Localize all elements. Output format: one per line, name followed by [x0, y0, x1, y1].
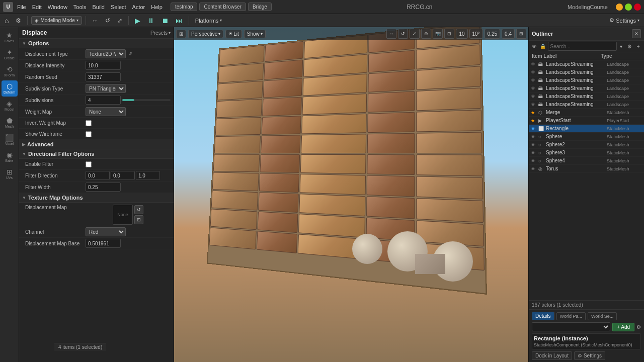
vp-snap-icon[interactable]: ⊡: [444, 29, 454, 39]
pause-btn[interactable]: ⏸: [145, 16, 157, 26]
sidebar-item-deform[interactable]: ⬡ Deform: [2, 80, 18, 97]
enable-filter-checkbox[interactable]: [86, 161, 92, 167]
displacement-type-select[interactable]: Texture2D Map: [86, 49, 126, 58]
displace-intensity-input[interactable]: [86, 61, 121, 70]
invert-weight-checkbox[interactable]: [86, 120, 92, 126]
toolbar-icon-settings[interactable]: ⚙: [13, 16, 24, 25]
outliner-item-0[interactable]: 👁 🏔 LandscapeStreaming Landscape: [529, 60, 644, 68]
details-settings-icon[interactable]: ⚙: [636, 324, 641, 330]
outliner-item-sphere[interactable]: 👁 ○ Sphere StaticMesh: [529, 133, 644, 141]
viewport-lit-btn[interactable]: ☀ Lit: [225, 30, 242, 38]
subdivisions-input[interactable]: [86, 96, 121, 105]
outliner-item-4[interactable]: 👁 🏔 LandscapeStreaming Landscape: [529, 93, 644, 101]
outliner-item-3[interactable]: 👁 🏔 LandscapeStreaming Landscape: [529, 84, 644, 93]
displacement-map-browse[interactable]: ↺: [134, 205, 143, 214]
filter-direction-z[interactable]: [136, 171, 160, 180]
vp-move-icon[interactable]: ↔: [386, 29, 396, 39]
btn-bridge[interactable]: Bridge: [248, 3, 272, 11]
outliner-item-sphere2[interactable]: 👁 ○ Sphere2 StaticMesh: [529, 141, 644, 149]
modeling-mode-btn[interactable]: ◈ Modeling Mode ▾: [31, 16, 82, 25]
menu-tools[interactable]: Tools: [73, 4, 87, 10]
outliner-settings-icon[interactable]: ⚙: [626, 42, 633, 51]
menu-actor[interactable]: Actor: [132, 4, 145, 10]
tab-world-se[interactable]: World Se...: [588, 312, 617, 320]
window-minimize[interactable]: [616, 4, 623, 11]
channel-select[interactable]: Red: [86, 227, 126, 236]
outliner-item-sphere3[interactable]: 👁 ○ Sphere3 StaticMesh: [529, 149, 644, 157]
play-btn[interactable]: ▶: [132, 16, 143, 26]
vp-maximize-icon[interactable]: ⊞: [516, 29, 526, 39]
outliner-lock-icon[interactable]: 🔒: [539, 42, 547, 51]
weight-map-select[interactable]: None: [86, 107, 126, 116]
show-wireframe-checkbox[interactable]: [86, 131, 92, 137]
outliner-item-rectangle[interactable]: 👁 ⬜ Rectangle StaticMesh: [529, 125, 644, 133]
section-options[interactable]: ▼ Options: [19, 39, 174, 48]
tab-world-pa[interactable]: World Pa...: [556, 312, 586, 320]
outliner-eye-icon[interactable]: 👁: [531, 42, 538, 51]
menu-edit[interactable]: Edit: [32, 4, 42, 10]
toolbar-move[interactable]: ↔: [90, 16, 101, 25]
vp-angle[interactable]: 10°: [469, 29, 483, 39]
window-close[interactable]: [634, 4, 641, 11]
outliner-item-merge[interactable]: ★ ⬡ Merge StaticMesh: [529, 109, 644, 117]
filter-direction-y[interactable]: [111, 171, 135, 180]
sidebar-item-xform[interactable]: ⟲ XForm: [2, 63, 18, 79]
sidebar-item-voxel[interactable]: ⬛ Voxel: [2, 132, 18, 148]
menu-file[interactable]: File: [17, 4, 26, 10]
outliner-item-playerstart[interactable]: ★ ▶ PlayerStart PlayerStart: [529, 117, 644, 125]
outliner-item-sphere4[interactable]: 👁 ○ Sphere4 StaticMesh: [529, 157, 644, 165]
subdivision-type-select[interactable]: PN Triangles: [86, 84, 126, 93]
viewport-show-btn[interactable]: Show ▾: [244, 30, 266, 38]
dock-in-layout-btn[interactable]: Dock in Layout: [532, 351, 572, 360]
displacement-map-base-input[interactable]: [86, 239, 121, 248]
vp-val2[interactable]: 0.4: [502, 29, 515, 39]
displacement-map-clear[interactable]: ⊡: [134, 215, 143, 224]
vp-grid-size[interactable]: 10: [456, 29, 467, 39]
stop-btn[interactable]: ⏹: [159, 16, 171, 26]
toolbar-scale[interactable]: ⤢: [115, 16, 125, 25]
world-settings-dropdown[interactable]: [532, 322, 610, 331]
tab-details[interactable]: Details: [532, 312, 554, 320]
details-settings-btn[interactable]: ⚙ Settings: [574, 351, 605, 360]
window-maximize[interactable]: [625, 4, 632, 11]
section-advanced[interactable]: ▶ Advanced: [19, 140, 174, 149]
add-component-btn[interactable]: + Add: [612, 323, 634, 331]
outliner-filter-icon[interactable]: ▾: [618, 42, 625, 51]
cube1-mesh[interactable]: [415, 254, 445, 274]
outliner-close[interactable]: ✕: [632, 29, 641, 38]
sphere3-mesh[interactable]: [352, 234, 382, 264]
menu-select[interactable]: Select: [111, 4, 126, 10]
skip-btn[interactable]: ⏭: [173, 16, 185, 26]
toolbar-rotate[interactable]: ↺: [103, 16, 113, 25]
viewport-perspective-btn[interactable]: Perspective ▾: [188, 30, 223, 38]
section-directional-filter[interactable]: ▼ Directional Filter Options: [19, 149, 174, 159]
displacement-type-reset[interactable]: ↺: [128, 51, 132, 56]
outliner-item-2[interactable]: 👁 🏔 LandscapeStreaming Landscape: [529, 76, 644, 84]
menu-build[interactable]: Build: [93, 4, 105, 10]
sidebar-item-faves[interactable]: ★ Faves: [2, 29, 18, 45]
viewport-grid-btn[interactable]: ⊞: [176, 30, 186, 38]
menu-window[interactable]: Window: [48, 4, 67, 10]
outliner-item-torus[interactable]: 👁 ◎ Torus StaticMesh: [529, 165, 644, 173]
section-texture-map[interactable]: ▼ Texture Map Options: [19, 193, 174, 203]
filter-direction-x[interactable]: [86, 171, 110, 180]
vp-camera-icon[interactable]: 📷: [433, 29, 443, 39]
menu-help[interactable]: Help: [151, 4, 163, 10]
tab-content-browser[interactable]: Content Browser: [199, 3, 246, 11]
vp-world-icon[interactable]: ⊕: [421, 29, 431, 39]
tab-testmap[interactable]: testmap: [171, 3, 198, 11]
sidebar-item-bake[interactable]: ◉ Bake: [2, 149, 18, 165]
settings-btn[interactable]: ⚙ Settings ▾: [607, 16, 642, 25]
presets-btn[interactable]: Presets ▾: [150, 30, 171, 36]
sidebar-item-uvs[interactable]: ⊞ UVs: [2, 166, 18, 182]
filter-width-input[interactable]: [86, 183, 121, 192]
sidebar-item-create[interactable]: ✦ Create: [2, 46, 18, 62]
outliner-item-5[interactable]: 👁 🏔 LandscapeStreaming Landscape: [529, 101, 644, 109]
sidebar-item-mesh[interactable]: ⬟ Mesh: [2, 115, 18, 131]
toolbar-icon-home[interactable]: ⌂: [2, 16, 11, 26]
random-seed-input[interactable]: [86, 72, 121, 81]
sidebar-item-model[interactable]: ◈ Model: [2, 98, 18, 114]
vp-scale-val[interactable]: 0.25: [485, 29, 500, 39]
vp-rotate-icon[interactable]: ↺: [398, 29, 408, 39]
outliner-item-1[interactable]: 👁 🏔 LandscapeStreaming Landscape: [529, 68, 644, 76]
